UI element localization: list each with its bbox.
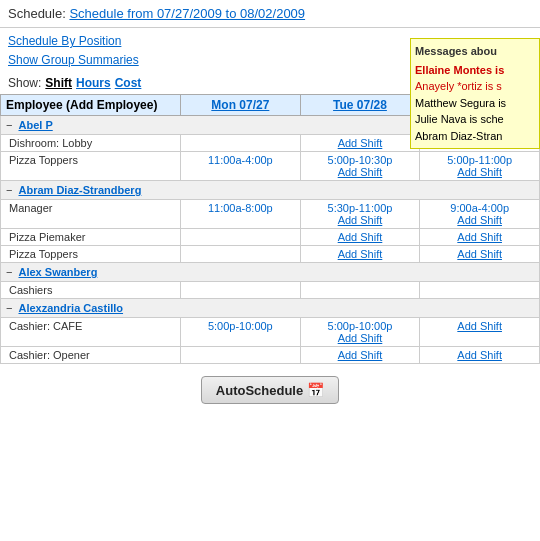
add-shift-abram-manager-wed[interactable]: Add Shift	[424, 214, 535, 226]
abram-manager-row: Manager 11:00a-8:00p 5:30p-11:00p Add Sh…	[1, 200, 540, 229]
cost-link[interactable]: Cost	[115, 76, 142, 90]
emp-name-abram[interactable]: Abram Diaz-Strandberg	[19, 184, 142, 196]
alexzandria-cafe-mon: 5:00p-10:00p	[181, 318, 301, 347]
abel-pizza-wed: 5:00p-11:00p Add Shift	[420, 152, 540, 181]
alex-cashiers-tue	[300, 282, 420, 299]
messages-panel: Messages abou Ellaine Montes is Anayely …	[410, 38, 540, 149]
shift-abram-manager-mon[interactable]: 11:00a-8:00p	[185, 202, 296, 214]
autoschedule-icon: 📅	[307, 382, 324, 398]
alexzandria-opener-row: Cashier: Opener Add Shift Add Shift	[1, 347, 540, 364]
abel-pizza-tue: 5:00p-10:30p Add Shift	[300, 152, 420, 181]
messages-header: Messages abou	[415, 43, 535, 60]
pos-pizza-piemaker: Pizza Piemaker	[1, 229, 181, 246]
employee-row-alexzandria: − Alexzandria Castillo	[1, 299, 540, 318]
abram-piemaker-mon	[181, 229, 301, 246]
abram-piemaker-wed: Add Shift	[420, 229, 540, 246]
abram-piemaker-tue: Add Shift	[300, 229, 420, 246]
autoschedule-label: AutoSchedule	[216, 383, 303, 398]
abram-pizza-row: Pizza Toppers Add Shift Add Shift	[1, 246, 540, 263]
employee-row-alex: − Alex Swanberg	[1, 263, 540, 282]
abram-pizza-tue: Add Shift	[300, 246, 420, 263]
add-shift-abel-pizza-wed[interactable]: Add Shift	[424, 166, 535, 178]
alexzandria-opener-tue: Add Shift	[300, 347, 420, 364]
add-shift-abram-manager-tue[interactable]: Add Shift	[305, 214, 416, 226]
add-shift-alexzandria-cafe-tue[interactable]: Add Shift	[305, 332, 416, 344]
abel-dishroom-tue: Add Shift	[300, 135, 420, 152]
pos-manager: Manager	[1, 200, 181, 229]
alex-cashiers-wed	[420, 282, 540, 299]
add-shift-abel-dishroom-tue[interactable]: Add Shift	[305, 137, 416, 149]
emp-name-abel[interactable]: Abel P	[19, 119, 53, 131]
pos-dishroom-lobby: Dishroom: Lobby	[1, 135, 181, 152]
abram-piemaker-row: Pizza Piemaker Add Shift Add Shift	[1, 229, 540, 246]
header: Schedule: Schedule from 07/27/2009 to 08…	[0, 0, 540, 28]
abram-manager-tue: 5:30p-11:00p Add Shift	[300, 200, 420, 229]
schedule-label: Schedule: Schedule from 07/27/2009 to 08…	[8, 6, 305, 21]
shift-alexzandria-cafe-mon[interactable]: 5:00p-10:00p	[185, 320, 296, 332]
schedule-link[interactable]: Schedule from 07/27/2009 to 08/02/2009	[69, 6, 305, 21]
add-shift-alexzandria-cafe-wed[interactable]: Add Shift	[424, 320, 535, 332]
pos-cashier-opener: Cashier: Opener	[1, 347, 181, 364]
pos-cashiers-alex: Cashiers	[1, 282, 181, 299]
emp-name-alex[interactable]: Alex Swanberg	[19, 266, 98, 278]
shift-abram-manager-wed[interactable]: 9:00a-4:00p	[424, 202, 535, 214]
add-shift-abram-pizza-tue[interactable]: Add Shift	[305, 248, 416, 260]
alexzandria-opener-wed: Add Shift	[420, 347, 540, 364]
add-shift-alexzandria-opener-wed[interactable]: Add Shift	[424, 349, 535, 361]
employee-col-header: Employee (Add Employee)	[1, 95, 181, 116]
message-item-3: Matthew Segura is	[415, 95, 535, 112]
abram-manager-wed: 9:00a-4:00p Add Shift	[420, 200, 540, 229]
message-item-2: Anayely *ortiz is s	[415, 78, 535, 95]
toggle-abel[interactable]: −	[6, 119, 12, 131]
shift-link[interactable]: Shift	[45, 76, 72, 90]
employee-row-abram: − Abram Diaz-Strandberg	[1, 181, 540, 200]
abel-dishroom-mon	[181, 135, 301, 152]
abram-pizza-mon	[181, 246, 301, 263]
mon-col-header[interactable]: Mon 07/27	[181, 95, 301, 116]
tue-col-header[interactable]: Tue 07/28	[300, 95, 420, 116]
alexzandria-opener-mon	[181, 347, 301, 364]
shift-abel-pizza-tue[interactable]: 5:00p-10:30p	[305, 154, 416, 166]
abram-pizza-wed: Add Shift	[420, 246, 540, 263]
add-shift-abram-pizza-wed[interactable]: Add Shift	[424, 248, 535, 260]
abram-manager-mon: 11:00a-8:00p	[181, 200, 301, 229]
alexzandria-cafe-tue: 5:00p-10:00p Add Shift	[300, 318, 420, 347]
employee-label: Employee	[6, 98, 63, 112]
toggle-alexzandria[interactable]: −	[6, 302, 12, 314]
message-item-1: Ellaine Montes is	[415, 62, 535, 79]
schedule-text: Schedule:	[8, 6, 66, 21]
shift-abram-manager-tue[interactable]: 5:30p-11:00p	[305, 202, 416, 214]
pos-pizza-toppers-abel: Pizza Toppers	[1, 152, 181, 181]
hours-link[interactable]: Hours	[76, 76, 111, 90]
message-item-4: Julie Nava is sche	[415, 111, 535, 128]
shift-abel-pizza-wed[interactable]: 5:00p-11:00p	[424, 154, 535, 166]
abel-pizza-row: Pizza Toppers 11:00a-4:00p 5:00p-10:30p …	[1, 152, 540, 181]
alex-cashiers-mon	[181, 282, 301, 299]
alexzandria-cafe-row: Cashier: CAFE 5:00p-10:00p 5:00p-10:00p …	[1, 318, 540, 347]
emp-name-alexzandria[interactable]: Alexzandria Castillo	[19, 302, 124, 314]
add-shift-alexzandria-opener-tue[interactable]: Add Shift	[305, 349, 416, 361]
alex-cashiers-row: Cashiers	[1, 282, 540, 299]
toggle-abram[interactable]: −	[6, 184, 12, 196]
pos-pizza-toppers-abram: Pizza Toppers	[1, 246, 181, 263]
add-employee-link[interactable]: Add Employee	[70, 98, 153, 112]
abel-pizza-mon: 11:00a-4:00p	[181, 152, 301, 181]
add-shift-abram-piemaker-tue[interactable]: Add Shift	[305, 231, 416, 243]
show-label: Show:	[8, 76, 41, 90]
autoschedule-bar: AutoSchedule 📅	[0, 368, 540, 412]
message-item-5: Abram Diaz-Stran	[415, 128, 535, 145]
shift-alexzandria-cafe-tue[interactable]: 5:00p-10:00p	[305, 320, 416, 332]
autoschedule-button[interactable]: AutoSchedule 📅	[201, 376, 339, 404]
add-shift-abram-piemaker-wed[interactable]: Add Shift	[424, 231, 535, 243]
add-shift-abel-pizza-tue[interactable]: Add Shift	[305, 166, 416, 178]
toggle-alex[interactable]: −	[6, 266, 12, 278]
alexzandria-cafe-wed: Add Shift	[420, 318, 540, 347]
pos-cashier-cafe: Cashier: CAFE	[1, 318, 181, 347]
shift-abel-pizza-mon[interactable]: 11:00a-4:00p	[185, 154, 296, 166]
